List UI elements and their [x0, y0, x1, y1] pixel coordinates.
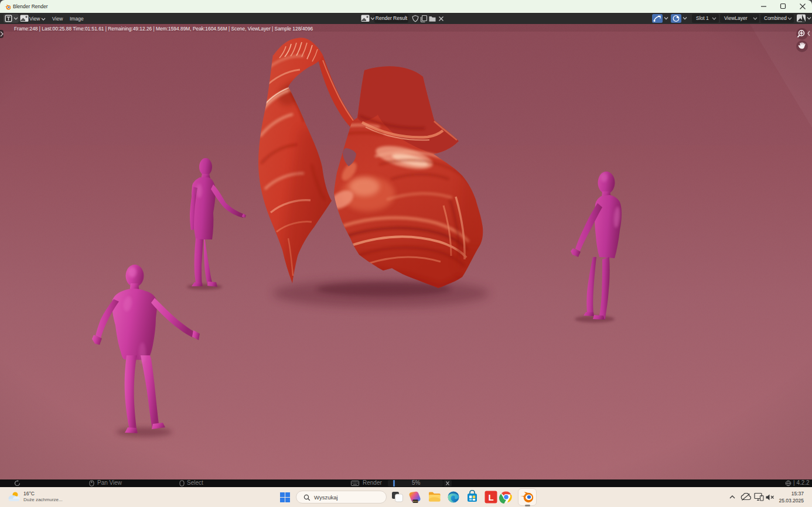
- svg-text:L: L: [488, 492, 493, 502]
- svg-text:M365: M365: [413, 501, 418, 503]
- svg-text:Frame:248 | Last:00:25.88 Time: Frame:248 | Last:00:25.88 Time:01:51.61 …: [14, 26, 313, 32]
